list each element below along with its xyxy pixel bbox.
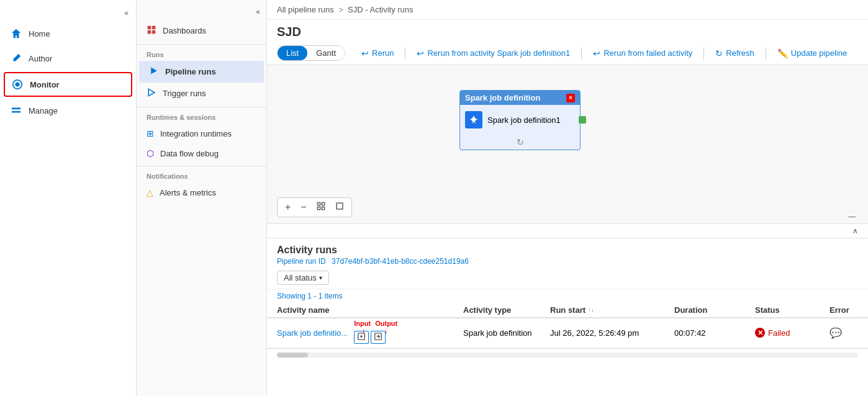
sidebar-item-manage[interactable]: Manage [0,98,136,123]
tab-list[interactable]: List [278,46,307,60]
duration-cell: 00:07:42 [674,328,755,338]
data-flow-debug-label: Data flow debug [160,149,219,158]
spark-card-refresh-icon: ↻ [460,135,580,150]
breadcrumb: All pipeline runs > SJD - Activity runs [267,0,868,20]
sidebar-item-label-home: Home [29,29,50,38]
sidebar-item-label-author: Author [29,54,52,63]
sidebar-item-label-monitor: Monitor [30,80,60,89]
activity-runs-title: Activity runs [277,245,858,256]
rerun-button[interactable]: ↩ Rerun [355,46,400,61]
dashboards-label: Dashboards [163,26,206,35]
svg-rect-14 [322,207,324,209]
refresh-button[interactable]: ↻ Refresh [709,46,761,61]
svg-marker-9 [148,89,155,96]
breadcrumb-link[interactable]: All pipeline runs [277,5,334,14]
run-start-cell: Jul 26, 2022, 5:26:49 pm [550,328,674,338]
activity-runs-section: Activity runs Pipeline run ID 37d7e4bf-b… [267,238,868,397]
status-filter-button[interactable]: All status ▾ [277,271,329,285]
svg-rect-2 [12,108,20,110]
spark-card-body: Spark job definition1 [460,105,580,135]
rerun-icon: ↩ [361,48,369,58]
col-duration: Duration [674,305,755,315]
spark-job-card[interactable]: Spark job definition × Spark job definit… [459,90,581,150]
run-start-sort-icon: ↑↓ [588,307,594,313]
breadcrumb-current: SJD - Activity runs [348,5,413,14]
breadcrumb-separator: > [338,5,343,14]
activity-type-cell: Spark job definition [414,328,550,338]
trigger-runs-label: Trigger runs [163,89,206,98]
sidebar-item-monitor[interactable]: Monitor [4,72,132,97]
sidebar-item-label-manage: Manage [29,106,58,115]
update-pipeline-button[interactable]: ✏️ Update pipeline [771,46,853,61]
fit-button[interactable] [314,200,328,214]
data-flow-debug-icon: ⬡ [147,148,154,158]
mid-sidebar-pipeline-runs[interactable]: Pipeline runs [139,61,264,83]
showing-label: Showing 1 - 1 items [267,289,868,303]
svg-rect-3 [12,111,20,113]
dashboards-icon [147,25,156,37]
zoom-out-button[interactable]: − [298,200,309,214]
mid-sidebar: « Dashboards Runs Pipeline runs Trigger … [137,0,267,396]
refresh-spinner-icon: ↻ [517,137,524,147]
pipeline-run-id-value: 37d7e4bf-b3bf-41eb-b8cc-cdee251d19a6 [332,257,469,266]
update-pipeline-label: Update pipeline [791,48,847,58]
mid-sidebar-trigger-runs[interactable]: Trigger runs [137,83,266,104]
monitor-icon [11,78,24,91]
left-sidebar: « Home Author Monitor Manage [0,0,137,396]
runtimes-section-header: Runtimes & sessions [137,107,266,124]
mid-sidebar-collapse[interactable]: « [253,6,263,17]
mid-sidebar-data-flow-debug[interactable]: ⬡ Data flow debug [137,143,266,163]
horizontal-scrollbar-thumb[interactable] [277,353,308,358]
manage-icon [10,104,22,117]
sidebar-item-author[interactable]: Author [0,46,136,71]
error-cell: 💬 [830,327,868,339]
activity-name-link[interactable]: Spark job definitio... [277,328,348,338]
svg-marker-8 [151,67,157,74]
rerun-from-failed-button[interactable]: ↩ Rerun from failed activity [587,46,698,61]
spark-activity-label: Spark job definition1 [487,115,561,125]
page-title: SJD [267,20,868,42]
rerun-from-activity-button[interactable]: ↩ Rerun from activity Spark job definiti… [410,46,576,61]
pipeline-run-id-label: Pipeline run ID [277,257,326,266]
rerun-activity-icon: ↩ [417,48,424,58]
pipeline-run-id: Pipeline run ID 37d7e4bf-b3bf-41eb-b8cc-… [277,257,858,266]
mid-sidebar-integration-runtimes[interactable]: ⊞ Integration runtimes [137,124,266,143]
refresh-icon: ↻ [715,48,723,58]
sidebar-item-home[interactable]: Home [0,21,136,46]
status-label: Failed [768,328,790,338]
mid-sidebar-dashboards[interactable]: Dashboards [137,20,266,42]
rerun-failed-icon: ↩ [593,48,600,58]
table-header: Activity name Activity type Run start ↑↓… [267,303,868,318]
status-cell: ✕ Failed [755,328,830,338]
author-icon [10,52,22,65]
main-content: All pipeline runs > SJD - Activity runs … [267,0,868,396]
toolbar-separator-1 [405,47,405,60]
tab-gantt[interactable]: Gantt [307,46,345,60]
rerun-label: Rerun [372,48,394,58]
rerun-from-failed-label: Rerun from failed activity [604,48,692,58]
svg-rect-11 [317,202,320,205]
error-icon[interactable]: 💬 [830,328,842,338]
left-sidebar-collapse[interactable]: « [122,7,131,19]
integration-runtimes-icon: ⊞ [147,128,154,138]
spark-card-title-bar: Spark job definition × [460,91,580,105]
collapse-activity-runs-icon[interactable]: — [846,210,858,223]
canvas-area: Spark job definition × Spark job definit… [267,65,868,224]
expand-button[interactable] [333,200,346,214]
svg-rect-5 [152,26,156,30]
mid-sidebar-alerts-metrics[interactable]: △ Alerts & metrics [137,182,266,202]
spark-card-close-button[interactable]: × [566,94,575,102]
svg-rect-4 [148,26,151,30]
failed-status-icon: ✕ [755,328,765,338]
alerts-metrics-icon: △ [147,187,153,197]
spark-card-output-connector [579,116,586,124]
status-filter: All status ▾ [267,267,868,289]
refresh-label: Refresh [726,48,754,58]
pipeline-runs-icon [149,66,159,78]
collapse-icon[interactable]: ∧ [852,227,858,235]
update-pipeline-icon: ✏️ [777,48,788,58]
status-filter-label: All status [284,273,317,282]
svg-rect-15 [337,203,343,209]
zoom-in-button[interactable]: + [283,200,293,214]
col-activity-name: Activity name [277,305,414,315]
